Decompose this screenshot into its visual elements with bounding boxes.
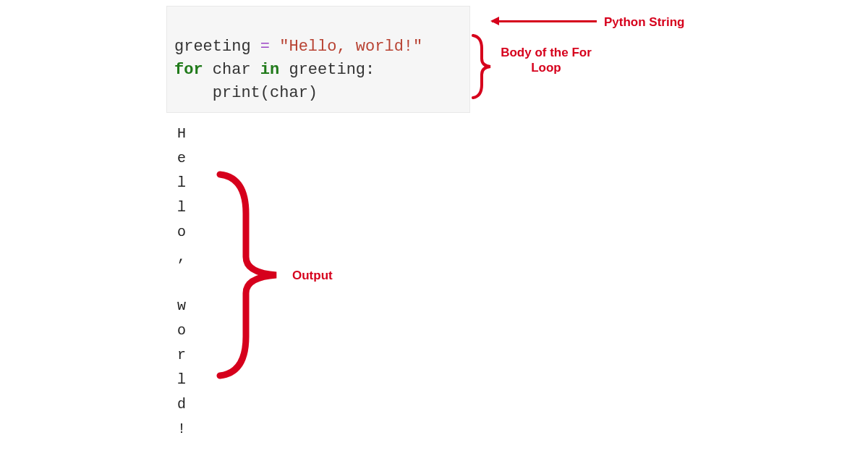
token-variable: greeting [174, 38, 251, 56]
annotation-for-loop-body: Body of the For Loop [495, 45, 597, 76]
token-paren-open: ( [260, 84, 270, 102]
space [203, 61, 213, 79]
arrow-icon [492, 20, 597, 22]
output-char: l [177, 171, 186, 195]
output-char: o [177, 220, 186, 245]
annotation-output: Output [292, 268, 333, 283]
token-function: print [213, 84, 260, 102]
token-paren-close: ) [308, 84, 318, 102]
indent [174, 84, 213, 102]
output-char [177, 269, 186, 294]
code-block: greeting = "Hello, world!" for char in g… [166, 6, 470, 113]
token-variable: char [213, 61, 251, 79]
output-char: l [177, 368, 186, 392]
output-block: H e l l o , w o r l d ! [177, 122, 186, 442]
output-char: e [177, 146, 186, 171]
output-char: ! [177, 417, 186, 442]
output-char: d [177, 392, 186, 417]
output-char: w [177, 294, 186, 318]
token-colon: : [365, 61, 375, 79]
output-char: l [177, 195, 186, 220]
space [251, 61, 260, 79]
space [279, 61, 289, 79]
output-char: r [177, 343, 186, 368]
annotation-python-string: Python String [604, 14, 684, 30]
token-variable: greeting [289, 61, 365, 79]
token-argument: char [270, 84, 308, 102]
token-keyword-in: in [260, 61, 279, 79]
output-char: o [177, 318, 186, 343]
token-keyword-for: for [174, 61, 203, 79]
brace-icon [210, 170, 282, 380]
output-char: , [177, 245, 186, 269]
output-char: H [177, 122, 186, 146]
token-assign: = [251, 38, 280, 56]
token-string: "Hello, world!" [279, 38, 422, 56]
brace-icon [470, 34, 492, 99]
